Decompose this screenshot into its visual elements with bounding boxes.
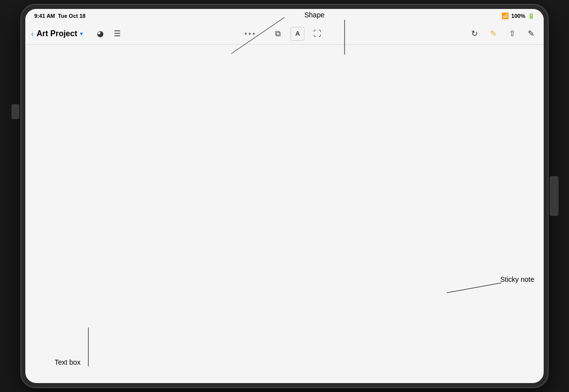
status-bar: 9:41 AM Tue Oct 18 📶 100% 🔋 bbox=[25, 9, 544, 23]
image-icon[interactable]: ⛶ bbox=[310, 27, 324, 41]
toolbar-right: ↻ ✎ ⇧ ✎ bbox=[371, 27, 538, 41]
toolbar: ‹ Art Project ▾ ◕ ☰ ⧉ A ⛶ ↻ ✎ ⇧ ✎ bbox=[25, 23, 544, 45]
back-button[interactable]: ‹ bbox=[31, 30, 34, 38]
sticky-note-annotation-label: Sticky note bbox=[500, 275, 534, 283]
title-dropdown-icon[interactable]: ▾ bbox=[80, 30, 83, 37]
status-right: 📶 100% 🔋 bbox=[501, 12, 535, 19]
battery-display: 100% bbox=[511, 13, 525, 19]
pencil-icon[interactable]: ✎ bbox=[486, 27, 500, 41]
share-icon[interactable]: ⇧ bbox=[505, 27, 519, 41]
status-left: 9:41 AM Tue Oct 18 bbox=[34, 13, 85, 19]
text-icon[interactable]: A bbox=[290, 27, 304, 41]
home-button[interactable] bbox=[550, 176, 559, 216]
toolbar-center: ⧉ A ⛶ bbox=[202, 27, 368, 41]
ipad-frame: 9:41 AM Tue Oct 18 📶 100% 🔋 ‹ Art Projec… bbox=[21, 5, 548, 387]
more-options-icon[interactable] bbox=[245, 33, 255, 35]
fullscreen-icon[interactable]: ✎ bbox=[524, 27, 538, 41]
ipad-screen: 9:41 AM Tue Oct 18 📶 100% 🔋 ‹ Art Projec… bbox=[25, 9, 544, 383]
text-box-annotation-label: Text box bbox=[55, 358, 80, 366]
battery-icon: 🔋 bbox=[528, 13, 535, 19]
date-display: Tue Oct 18 bbox=[58, 13, 85, 19]
wifi-icon: 📶 bbox=[501, 12, 509, 19]
shape-annotation-label: Shape bbox=[304, 11, 324, 19]
volume-button bbox=[11, 104, 19, 119]
navigate-icon[interactable]: ◕ bbox=[93, 27, 107, 41]
toolbar-left: ‹ Art Project ▾ ◕ ☰ bbox=[31, 27, 198, 41]
layers-icon[interactable]: ⧉ bbox=[271, 27, 284, 41]
time-display: 9:41 AM bbox=[34, 13, 55, 19]
shape-line bbox=[344, 20, 345, 55]
project-title: Art Project bbox=[37, 29, 77, 38]
view-mode-icon[interactable]: ☰ bbox=[110, 27, 124, 41]
undo-icon[interactable]: ↻ bbox=[467, 27, 481, 41]
